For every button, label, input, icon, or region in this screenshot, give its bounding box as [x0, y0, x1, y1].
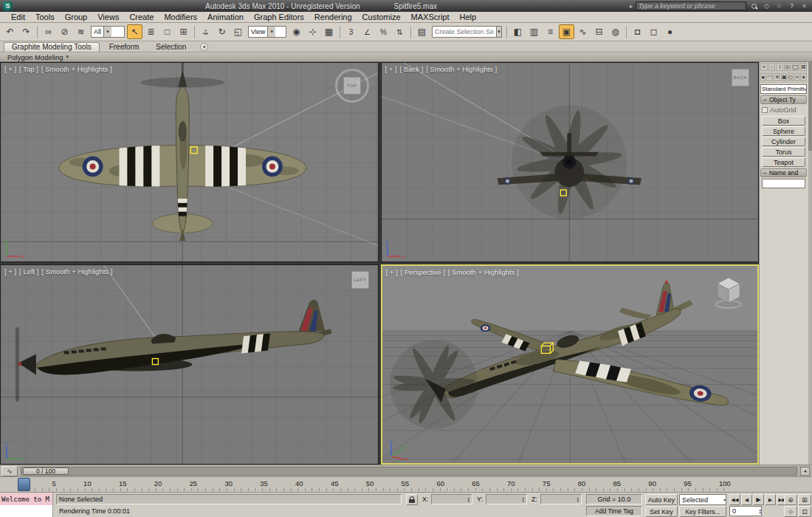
spacewarps-category-icon[interactable]: ≈: [794, 73, 799, 81]
z-coordinate-field[interactable]: ▴▾: [540, 494, 582, 504]
unlink-selection-icon[interactable]: ⊘: [57, 24, 72, 39]
zoom-extents-icon[interactable]: ⊞: [798, 494, 811, 505]
select-and-manipulate-icon[interactable]: ⊹: [305, 24, 320, 39]
polygon-modeling-panel-label[interactable]: Polygon Modeling: [7, 53, 63, 61]
select-and-link-icon[interactable]: ∞: [41, 24, 56, 39]
named-selection-sets-dropdown[interactable]: Create Selection Se▾: [432, 26, 502, 38]
reference-coordinate-system-dropdown[interactable]: View▾: [248, 26, 286, 38]
infocenter-caret-icon[interactable]: ▸: [630, 3, 633, 10]
close-icon[interactable]: ×: [799, 1, 809, 10]
object-name-field[interactable]: [762, 179, 805, 188]
search-icon[interactable]: [749, 1, 759, 10]
selection-lock-toggle[interactable]: [406, 494, 418, 505]
ribbon-minimize-button[interactable]: ▾: [200, 43, 208, 51]
viewport-menu-button[interactable]: [ + ]: [385, 65, 397, 73]
motion-tab-icon[interactable]: ◎: [784, 63, 791, 71]
panel-expand-icon[interactable]: ▾: [66, 54, 69, 60]
communication-center-icon[interactable]: ◇: [762, 1, 771, 10]
set-key-button[interactable]: Set Key: [645, 506, 678, 517]
object-type-rollout-header[interactable]: − Object Ty: [760, 95, 807, 104]
maxscript-mini-listener-white[interactable]: [0, 505, 53, 517]
menu-group[interactable]: Group: [60, 12, 93, 22]
curve-editor-icon[interactable]: ∿: [575, 24, 591, 39]
select-and-rotate-icon[interactable]: ↻: [214, 24, 230, 39]
key-filters-button[interactable]: Key Filters...: [679, 506, 726, 517]
display-tab-icon[interactable]: ▢: [792, 63, 799, 71]
viewport-canvas-top[interactable]: [1, 63, 378, 261]
primitive-category-dropdown[interactable]: Standard Primitives▾: [760, 84, 807, 94]
selection-filter-dropdown[interactable]: All▾: [91, 26, 125, 38]
window-crossing-toggle-icon[interactable]: ⊞: [176, 24, 191, 39]
lights-category-icon[interactable]: ☀: [774, 73, 780, 81]
mirror-icon[interactable]: ◧: [510, 24, 526, 39]
viewport-menu-button[interactable]: [ + ]: [386, 268, 398, 276]
tab-freeform[interactable]: Freeform: [102, 43, 147, 52]
helpers-category-icon[interactable]: ◇: [788, 73, 794, 81]
x-coordinate-field[interactable]: ▴▾: [431, 494, 472, 504]
rectangular-selection-region-icon[interactable]: □: [159, 24, 175, 39]
tab-graphite-modeling-tools[interactable]: Graphite Modeling Tools: [4, 42, 100, 52]
create-sphere-button[interactable]: Sphere: [762, 126, 805, 136]
systems-category-icon[interactable]: ∗: [800, 73, 807, 81]
maximize-viewport-toggle-icon[interactable]: ⊡: [798, 506, 811, 517]
go-to-start-button[interactable]: ◀◀: [729, 494, 740, 505]
bind-to-space-warp-icon[interactable]: ≋: [73, 24, 89, 39]
previous-frame-nudge-button[interactable]: ◂: [800, 467, 810, 476]
viewport-canvas-back[interactable]: [382, 63, 759, 261]
frame-indicator-handle[interactable]: [18, 478, 30, 491]
material-editor-icon[interactable]: ◍: [608, 24, 623, 39]
play-animation-button[interactable]: ▶: [753, 494, 764, 505]
infocenter-search-input[interactable]: [636, 1, 746, 10]
viewport-shading-label[interactable]: [ Smooth + Highlights ]: [41, 65, 112, 73]
layer-manager-icon[interactable]: ≡: [543, 24, 558, 39]
menu-tools[interactable]: Tools: [30, 12, 60, 22]
zoom-viewport-icon[interactable]: ⊕: [784, 494, 797, 505]
command-panel-scrollbar[interactable]: [808, 62, 812, 465]
undo-icon[interactable]: ↶: [2, 24, 18, 39]
menu-views[interactable]: Views: [92, 12, 124, 22]
viewcube[interactable]: [709, 272, 749, 312]
viewport-pov-label[interactable]: [ Perspective ]: [401, 268, 445, 276]
create-box-button[interactable]: Box: [762, 116, 805, 126]
menu-animation[interactable]: Animation: [202, 12, 249, 22]
edit-named-selection-sets-icon[interactable]: ▤: [414, 24, 430, 39]
utilities-tab-icon[interactable]: ⊠: [799, 63, 807, 71]
align-icon[interactable]: ▥: [526, 24, 542, 39]
viewcube[interactable]: LEFT: [351, 271, 369, 289]
graphite-modeling-ribbon-toggle-icon[interactable]: ▣: [559, 24, 574, 39]
viewport-shading-label[interactable]: [ Smooth + Highlights ]: [448, 268, 519, 276]
menu-edit[interactable]: Edit: [6, 12, 30, 22]
viewport-menu-button[interactable]: [ + ]: [4, 267, 16, 275]
menu-graph-editors[interactable]: Graph Editors: [249, 12, 309, 22]
name-color-rollout-header[interactable]: − Name and: [760, 168, 807, 177]
viewport-canvas-left[interactable]: [1, 265, 378, 464]
time-slider-track[interactable]: 0 / 100: [21, 467, 797, 476]
use-pivot-point-center-icon[interactable]: ◉: [289, 24, 304, 39]
help-icon[interactable]: ?: [787, 1, 796, 10]
viewport-shading-label[interactable]: [ Smooth + Highlights ]: [426, 65, 497, 73]
next-frame-button[interactable]: ▶: [765, 494, 776, 505]
hierarchy-tab-icon[interactable]: ≀: [776, 63, 783, 71]
autogrid-checkbox[interactable]: AutoGrid: [760, 105, 808, 115]
spinner-snap-toggle-icon[interactable]: ⇅: [392, 24, 407, 39]
viewport-pov-label[interactable]: [ Back ]: [400, 65, 424, 73]
percent-snap-toggle-icon[interactable]: %: [376, 24, 391, 39]
create-cylinder-button[interactable]: Cylinder: [762, 137, 805, 146]
rendered-frame-window-icon[interactable]: ◻: [646, 24, 661, 39]
maxscript-mini-listener-pink[interactable]: Welcome to M: [0, 493, 53, 505]
menu-help[interactable]: Help: [455, 12, 482, 22]
viewcube[interactable]: TOP: [335, 69, 369, 103]
menu-customize[interactable]: Customize: [357, 12, 406, 22]
select-by-name-icon[interactable]: ≣: [143, 24, 159, 39]
viewport-back[interactable]: [ + ] [ Back ] [ Smooth + Highlights ] B…: [381, 62, 760, 262]
menu-modifiers[interactable]: Modifiers: [159, 12, 202, 22]
auto-key-button[interactable]: Auto Key: [645, 494, 678, 505]
previous-frame-button[interactable]: ◀: [741, 494, 752, 505]
favorites-star-icon[interactable]: ☆: [774, 1, 784, 10]
schematic-view-icon[interactable]: ⊟: [591, 24, 607, 39]
create-tab-icon[interactable]: +: [760, 63, 768, 71]
application-menu-button[interactable]: S: [3, 1, 13, 11]
tab-selection[interactable]: Selection: [148, 43, 193, 52]
viewport-menu-button[interactable]: [ + ]: [4, 65, 16, 73]
add-time-tag[interactable]: Add Time Tag: [586, 506, 642, 516]
